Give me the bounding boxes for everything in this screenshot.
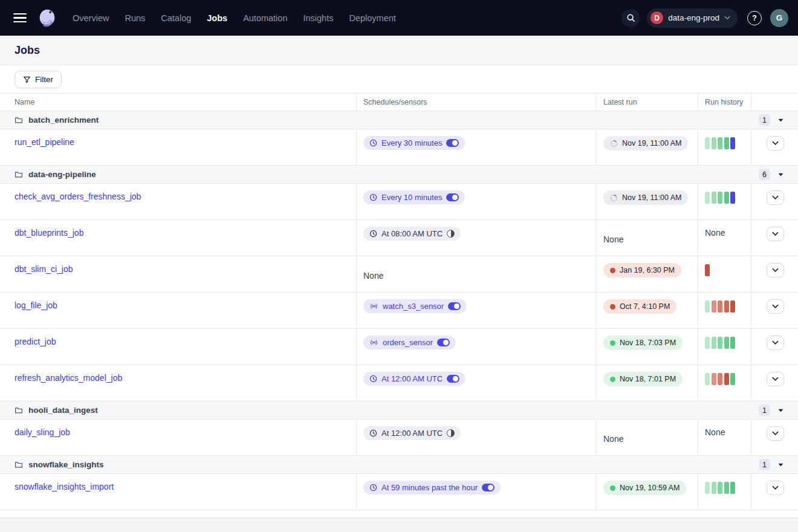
run-history-bar[interactable] xyxy=(730,482,735,494)
schedule-tag[interactable]: At 08:00 AM UTC xyxy=(363,227,461,241)
run-history-bar[interactable] xyxy=(718,137,722,149)
job-name-link[interactable]: snowflake_insights_import xyxy=(0,474,114,491)
nav-item-deployment[interactable]: Deployment xyxy=(349,13,395,23)
expand-row-button[interactable] xyxy=(767,372,784,386)
run-history-bar[interactable] xyxy=(718,482,722,494)
run-history-bar[interactable] xyxy=(718,373,722,385)
run-history-bar[interactable] xyxy=(724,373,729,385)
schedule-toggle[interactable] xyxy=(448,302,461,310)
nav-item-automation[interactable]: Automation xyxy=(243,13,287,23)
nav-item-runs[interactable]: Runs xyxy=(125,13,145,23)
latest-run-tag[interactable]: Oct 7, 4:10 PM xyxy=(603,299,676,314)
latest-run-tag[interactable]: Nov 19, 10:59 AM xyxy=(603,481,686,495)
job-group-row[interactable]: batch_enrichment1 xyxy=(0,111,798,129)
job-name-link[interactable]: daily_sling_job xyxy=(0,420,70,437)
run-history-bar[interactable] xyxy=(705,337,710,349)
job-name-link[interactable]: predict_job xyxy=(0,329,56,346)
job-name-link[interactable]: log_file_job xyxy=(0,293,57,310)
latest-run-time: Nov 19, 11:00 AM xyxy=(622,193,681,202)
run-history-bar[interactable] xyxy=(718,300,722,313)
job-name-link[interactable]: check_avg_orders_freshness_job xyxy=(0,184,141,201)
schedule-label: At 08:00 AM UTC xyxy=(381,229,443,238)
filter-button[interactable]: Filter xyxy=(15,71,62,88)
collapse-caret-icon[interactable] xyxy=(778,173,783,177)
schedule-tag[interactable]: At 12:00 AM UTC xyxy=(363,372,465,386)
collapse-caret-icon[interactable] xyxy=(778,118,783,122)
run-history-bar[interactable] xyxy=(712,192,716,204)
run-history-bar[interactable] xyxy=(712,300,716,313)
avatar[interactable]: G xyxy=(770,9,788,27)
job-name-link[interactable]: dbt_slim_ci_job xyxy=(0,256,73,274)
clock-icon xyxy=(369,375,377,383)
run-history-bar[interactable] xyxy=(705,300,710,313)
expand-row-button[interactable] xyxy=(767,336,784,350)
schedule-tag[interactable]: At 59 minutes past the hour xyxy=(363,481,501,495)
latest-run-tag[interactable]: Nov 19, 11:00 AM xyxy=(603,136,688,151)
run-history-bar[interactable] xyxy=(724,137,729,149)
run-history-bar[interactable] xyxy=(712,373,716,385)
expand-row-button[interactable] xyxy=(767,481,784,495)
latest-run-tag[interactable]: Nov 18, 7:01 PM xyxy=(603,372,683,386)
run-history-bar[interactable] xyxy=(718,337,722,349)
run-history-bar[interactable] xyxy=(730,192,735,204)
nav-item-insights[interactable]: Insights xyxy=(303,13,333,23)
schedule-toggle[interactable] xyxy=(437,339,450,346)
collapse-caret-icon[interactable] xyxy=(778,463,783,467)
schedule-toggle[interactable] xyxy=(447,230,455,238)
run-history-bar[interactable] xyxy=(705,264,710,276)
latest-run-tag[interactable]: Nov 18, 7:03 PM xyxy=(603,336,683,350)
latest-run-cell: Nov 18, 7:03 PM xyxy=(596,329,698,365)
expand-row-button[interactable] xyxy=(767,299,784,314)
latest-run-tag[interactable]: Nov 19, 11:00 AM xyxy=(603,190,688,205)
run-history-bar[interactable] xyxy=(705,373,710,385)
job-group-row[interactable]: data-eng-pipeline6 xyxy=(0,166,798,184)
expand-row-button[interactable] xyxy=(767,190,784,205)
run-history-bar[interactable] xyxy=(730,137,735,149)
collapse-caret-icon[interactable] xyxy=(778,409,783,412)
search-button[interactable] xyxy=(621,9,640,27)
nav-item-overview[interactable]: Overview xyxy=(73,13,109,23)
schedule-toggle[interactable] xyxy=(447,429,455,437)
job-group-row[interactable]: snowflake_insights1 xyxy=(0,456,798,474)
latest-run-tag[interactable]: Jan 19, 6:30 PM xyxy=(603,263,681,277)
run-history-bar[interactable] xyxy=(718,192,722,204)
dagster-logo-icon[interactable] xyxy=(35,6,59,30)
run-history-bar[interactable] xyxy=(724,300,729,313)
run-status-dot xyxy=(610,485,615,491)
run-history-bar[interactable] xyxy=(724,482,729,494)
expand-row-button[interactable] xyxy=(767,227,784,241)
run-history-bar[interactable] xyxy=(705,482,710,494)
run-history-bar[interactable] xyxy=(705,137,710,149)
menu-icon[interactable] xyxy=(13,13,27,22)
expand-row-button[interactable] xyxy=(767,263,784,277)
run-history-bar[interactable] xyxy=(712,137,716,149)
schedule-tag[interactable]: Every 30 minutes xyxy=(363,136,465,150)
run-history-bar[interactable] xyxy=(724,337,729,349)
job-name-link[interactable]: refresh_analytics_model_job xyxy=(0,365,122,383)
run-history-bar[interactable] xyxy=(712,482,716,494)
run-history-bar[interactable] xyxy=(705,192,710,204)
schedule-toggle[interactable] xyxy=(447,375,459,383)
expand-row-button[interactable] xyxy=(767,426,784,441)
run-history-bar[interactable] xyxy=(730,337,735,349)
sensor-tag[interactable]: watch_s3_sensor xyxy=(363,299,467,313)
deployment-switcher[interactable]: D data-eng-prod xyxy=(647,8,738,28)
run-history-bar[interactable] xyxy=(712,337,716,349)
run-history-bar[interactable] xyxy=(724,192,729,204)
schedule-toggle[interactable] xyxy=(482,484,495,491)
schedule-tag[interactable]: At 12:00 AM UTC xyxy=(363,426,461,440)
help-icon[interactable]: ? xyxy=(747,11,762,25)
run-history-cell xyxy=(698,474,751,510)
nav-item-catalog[interactable]: Catalog xyxy=(161,13,191,23)
schedule-toggle[interactable] xyxy=(446,139,459,147)
schedule-toggle[interactable] xyxy=(446,193,459,201)
job-name-link[interactable]: dbt_blueprints_job xyxy=(0,220,83,238)
expand-row-button[interactable] xyxy=(767,136,784,151)
run-history-bar[interactable] xyxy=(730,300,735,313)
run-history-bar[interactable] xyxy=(730,373,735,385)
job-name-link[interactable]: run_etl_pipeline xyxy=(0,129,74,147)
job-group-row[interactable]: hooli_data_ingest1 xyxy=(0,401,798,420)
nav-item-jobs[interactable]: Jobs xyxy=(207,13,227,23)
sensor-tag[interactable]: orders_sensor xyxy=(363,336,456,349)
schedule-tag[interactable]: Every 10 minutes xyxy=(363,190,465,204)
